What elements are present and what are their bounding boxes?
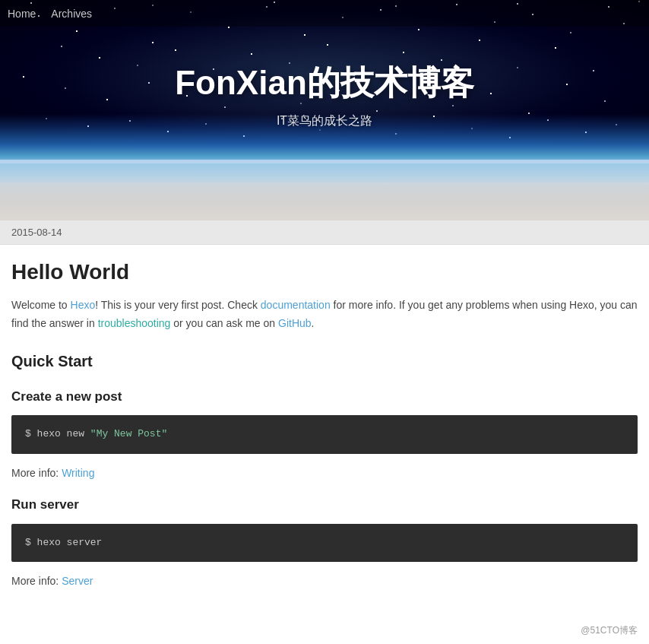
code-server: $ hexo server xyxy=(11,524,638,562)
blog-title: FonXian的技术博客 xyxy=(0,61,649,106)
nav-home[interactable]: Home xyxy=(8,8,36,20)
intro-text-after-trouble: or you can ask me on xyxy=(170,317,278,329)
hero-section: FonXian的技术博客 IT菜鸟的成长之路 xyxy=(0,61,649,129)
link-github[interactable]: GitHub xyxy=(278,317,312,329)
main-nav: Home Archives xyxy=(0,0,649,27)
code-new-post: $ hexo new "My New Post" xyxy=(11,415,638,453)
post-date: 2015-08-14 xyxy=(0,220,649,245)
footer-watermark: @51CTO博客 xyxy=(0,617,649,644)
more-info-2-label: More info: xyxy=(11,575,62,587)
more-info-1-label: More info: xyxy=(11,467,62,479)
section-run-server: Run server xyxy=(11,494,638,516)
code-dollar-1: $ hexo new xyxy=(25,428,90,439)
nav-archives[interactable]: Archives xyxy=(51,8,92,20)
section-quick-start: Quick Start xyxy=(11,348,638,374)
link-server[interactable]: Server xyxy=(62,575,93,587)
link-hexo[interactable]: Hexo xyxy=(71,299,96,311)
intro-text-mid: ! This is your very first post. Check xyxy=(95,299,261,311)
intro-text-pre: Welcome to xyxy=(11,299,71,311)
post-title: Hello World xyxy=(11,260,638,284)
code-string-1: "My New Post" xyxy=(90,428,167,439)
link-troubleshooting[interactable]: troubleshooting xyxy=(98,317,171,329)
post-body: Welcome to Hexo! This is your very first… xyxy=(11,297,638,591)
link-documentation[interactable]: documentation xyxy=(261,299,331,311)
link-writing[interactable]: Writing xyxy=(62,467,94,479)
code-server-text: $ hexo server xyxy=(25,537,102,548)
section-create-post: Create a new post xyxy=(11,386,638,408)
blog-subtitle: IT菜鸟的成长之路 xyxy=(0,113,649,129)
